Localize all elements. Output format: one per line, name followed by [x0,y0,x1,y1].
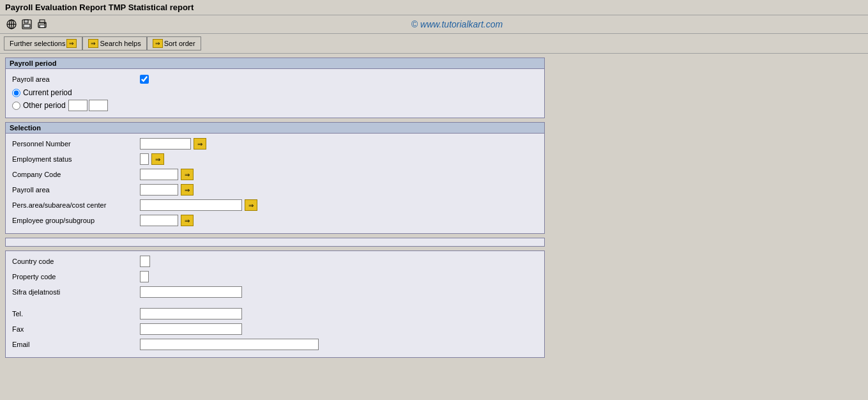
search-helps-label: Search helps [100,40,141,47]
selection-body: Personnel Number ⇒ Employment status ⇒ C… [6,134,544,233]
further-selections-label: Further selections [10,40,65,47]
country-code-label: Country code [12,258,140,265]
save-icon[interactable] [20,18,33,31]
period-input-2[interactable] [89,100,108,111]
property-code-label: Property code [12,273,140,281]
other-period-label: Other period [23,101,66,110]
employee-group-input[interactable] [140,215,178,226]
globe-icon[interactable] [5,18,18,31]
pers-area-label: Pers.area/subarea/cost center [12,201,140,209]
divider-strip [5,238,545,247]
fax-input[interactable] [140,323,242,335]
payroll-area-sel-label: Payroll area [12,186,140,194]
payroll-period-body: Payroll area Current period Other period [6,69,544,118]
company-code-label: Company Code [12,171,140,178]
personnel-number-arrow[interactable]: ⇒ [194,138,206,150]
selection-section: Selection Personnel Number ⇒ Employment … [5,122,545,234]
payroll-area-label: Payroll area [12,75,140,83]
selection-header: Selection [6,123,544,134]
employment-status-row: Employment status ⇒ [12,153,538,165]
payroll-period-section: Payroll period Payroll area Current peri… [5,58,545,118]
email-row: Email [12,338,538,351]
employment-status-label: Employment status [12,155,140,163]
sort-order-arrow: ⇒ [153,39,163,48]
current-period-row: Current period [12,88,538,97]
tab-bar: Further selections ⇒ ⇒ Search helps ⇒ So… [0,34,868,54]
extra-section: Country code Property code Sifra djelatn… [5,250,545,358]
further-selections-arrow: ⇒ [66,39,77,48]
tel-row: Tel. [12,307,538,320]
employee-group-arrow[interactable]: ⇒ [181,215,194,226]
country-code-input[interactable] [140,256,150,267]
print-icon[interactable] [36,18,49,31]
company-code-input[interactable] [140,169,178,180]
pers-area-row: Pers.area/subarea/cost center ⇒ [12,199,538,212]
employment-status-input[interactable] [140,153,149,165]
current-period-radio[interactable] [12,89,20,97]
company-code-row: Company Code ⇒ [12,168,538,181]
payroll-period-header: Payroll period [6,58,544,69]
pers-area-arrow[interactable]: ⇒ [245,199,257,211]
sifra-input[interactable] [140,286,242,298]
tel-label: Tel. [12,310,140,318]
current-period-label: Current period [23,88,72,97]
watermark: © www.tutorialkart.com [51,19,863,29]
pers-area-input[interactable] [140,199,242,211]
page-title: Payroll Evaluation Report TMP Statistica… [5,3,194,12]
svg-rect-5 [24,20,28,23]
toolbar: © www.tutorialkart.com [0,15,868,34]
period-input-1[interactable] [68,100,88,111]
sort-order-label: Sort order [164,40,195,47]
payroll-area-checkbox[interactable] [140,75,149,84]
tel-input[interactable] [140,308,242,319]
payroll-area-row: Payroll area [12,73,538,86]
svg-rect-6 [24,24,30,27]
period-inputs [68,100,108,111]
email-input[interactable] [140,339,319,350]
property-code-input[interactable] [140,271,149,282]
sifra-row: Sifra djelatnosti [12,286,538,298]
tab-sort-order[interactable]: ⇒ Sort order [147,36,201,50]
country-code-row: Country code [12,255,538,268]
svg-rect-8 [40,25,45,27]
email-label: Email [12,341,140,348]
payroll-area-sel-input[interactable] [140,184,178,196]
fax-label: Fax [12,325,140,333]
company-code-arrow[interactable]: ⇒ [181,169,194,180]
tab-search-helps[interactable]: ⇒ Search helps [82,36,146,50]
content-area: Payroll period Payroll area Current peri… [0,54,868,365]
extra-body: Country code Property code Sifra djelatn… [6,251,544,357]
other-period-row: Other period [12,100,538,111]
property-code-row: Property code [12,270,538,283]
tab-further-selections[interactable]: Further selections ⇒ [4,36,82,50]
svg-point-10 [44,23,45,24]
payroll-area-sel-row: Payroll area ⇒ [12,183,538,196]
payroll-area-sel-arrow[interactable]: ⇒ [181,184,194,196]
other-period-radio[interactable] [12,102,20,110]
sifra-label: Sifra djelatnosti [12,288,140,296]
employee-group-label: Employee group/subgroup [12,217,140,224]
fax-row: Fax [12,323,538,335]
employee-group-row: Employee group/subgroup ⇒ [12,214,538,227]
search-helps-arrow-left: ⇒ [88,39,98,48]
personnel-number-input[interactable] [140,138,191,150]
employment-status-arrow[interactable]: ⇒ [151,153,164,165]
personnel-number-row: Personnel Number ⇒ [12,137,538,150]
title-bar: Payroll Evaluation Report TMP Statistica… [0,0,868,15]
personnel-number-label: Personnel Number [12,140,140,148]
